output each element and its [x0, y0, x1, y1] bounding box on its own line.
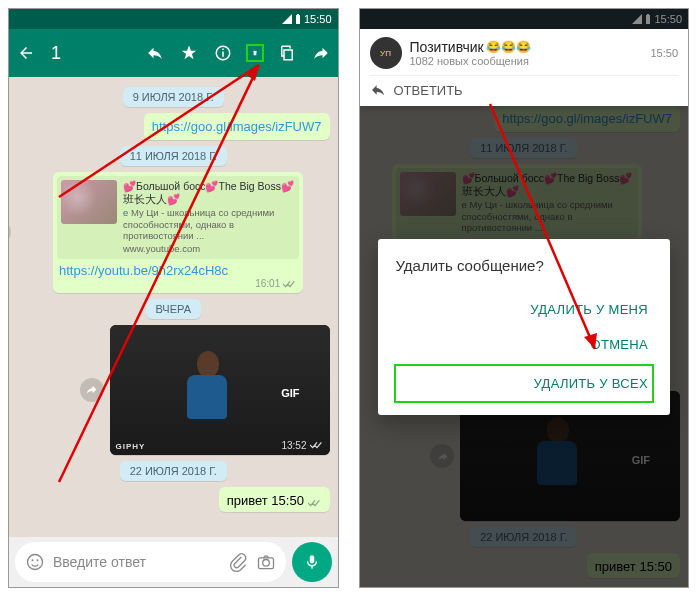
- emoji-icon[interactable]: [25, 552, 45, 572]
- notification-panel[interactable]: УП Позитивчик😂😂😂 1082 новых сообщения 15…: [360, 29, 689, 106]
- selection-appbar: 1: [9, 29, 338, 77]
- notif-title: Позитивчик😂😂😂: [410, 39, 531, 55]
- svg-point-6: [28, 555, 43, 570]
- svg-rect-3: [222, 52, 224, 57]
- delete-for-me-button[interactable]: УДАЛИТЬ У МЕНЯ: [396, 292, 653, 327]
- delete-dialog: Удалить сообщение? УДАЛИТЬ У МЕНЯ ОТМЕНА…: [378, 239, 671, 415]
- link-preview-card[interactable]: 💕Большой босс💕The Big Boss💕班长大人💕 е Му Ци…: [57, 176, 299, 259]
- forward-icon[interactable]: [312, 44, 330, 62]
- date-chip: 22 ИЮЛЯ 2018 Г.: [120, 461, 227, 481]
- gif-badge: GIF: [281, 387, 299, 399]
- notif-reply-button[interactable]: ОТВЕТИТЬ: [370, 75, 679, 98]
- svg-rect-11: [309, 555, 314, 563]
- signal-icon: [282, 14, 292, 24]
- date-chip: 11 ИЮЛЯ 2018 Г.: [120, 146, 227, 166]
- phone-left: 15:50 1 9 ИЮЛЯ 2018 Г. https://goo.gl/im…: [8, 8, 339, 588]
- phone-right: 15:50 https://goo.gl/images/izFUW7 11 ИЮ…: [359, 8, 690, 588]
- selection-count: 1: [51, 43, 130, 64]
- preview-site: www.youtube.com: [123, 243, 295, 254]
- dialog-title: Удалить сообщение?: [396, 257, 653, 274]
- msg-time: 15:50: [271, 493, 304, 508]
- preview-title: 💕Большой босс💕The Big Boss💕班长大人💕: [123, 180, 295, 205]
- ticks-icon: [308, 498, 322, 508]
- msg-time: 16:01: [255, 278, 280, 289]
- svg-point-7: [32, 559, 34, 561]
- ticks-icon: [283, 279, 297, 289]
- svg-point-8: [37, 559, 39, 561]
- battery-icon: [295, 14, 301, 24]
- share-left-icon[interactable]: [80, 378, 104, 402]
- selected-message[interactable]: привет 15:50: [219, 487, 330, 512]
- preview-link[interactable]: https://youtu.be/9h2rx24cH8c: [57, 259, 299, 278]
- delete-for-everyone-button[interactable]: УДАЛИТЬ У ВСЕХ: [394, 364, 655, 403]
- status-time: 15:50: [304, 13, 332, 25]
- svg-point-10: [262, 560, 269, 567]
- attach-icon[interactable]: [228, 552, 248, 572]
- message-input[interactable]: Введите ответ: [15, 542, 286, 582]
- cancel-button[interactable]: ОТМЕНА: [396, 327, 653, 362]
- preview-thumbnail: [61, 180, 117, 224]
- svg-rect-5: [284, 50, 292, 60]
- svg-rect-0: [296, 15, 300, 24]
- reply-icon[interactable]: [146, 44, 164, 62]
- date-chip: 9 ИЮЛЯ 2018 Г.: [123, 87, 224, 107]
- chat-body[interactable]: 9 ИЮЛЯ 2018 Г. https://goo.gl/images/izF…: [9, 77, 338, 537]
- delete-icon[interactable]: [246, 44, 264, 62]
- share-left-icon[interactable]: [9, 220, 11, 244]
- composer: Введите ответ: [9, 537, 338, 587]
- gif-source: GIPHY: [116, 442, 146, 451]
- notif-time: 15:50: [650, 47, 678, 59]
- reply-icon: [370, 82, 386, 98]
- camera-icon[interactable]: [256, 552, 276, 572]
- info-icon[interactable]: [214, 44, 232, 62]
- link-preview-message[interactable]: 💕Большой босс💕The Big Boss💕班长大人💕 е Му Ци…: [17, 172, 330, 293]
- copy-icon[interactable]: [278, 44, 296, 62]
- gif-message[interactable]: GIF GIPHY 13:52: [110, 325, 330, 455]
- date-chip: ВЧЕРА: [146, 299, 201, 319]
- back-icon[interactable]: [17, 44, 35, 62]
- msg-time: 13:52: [281, 440, 323, 451]
- svg-rect-1: [297, 14, 299, 15]
- preview-desc: е Му Ци - школьница со средними способно…: [123, 207, 295, 241]
- svg-rect-4: [222, 49, 224, 51]
- input-placeholder: Введите ответ: [53, 554, 220, 570]
- android-statusbar: 15:50: [9, 9, 338, 29]
- star-icon[interactable]: [180, 44, 198, 62]
- notif-avatar: УП: [370, 37, 402, 69]
- notif-subtitle: 1082 новых сообщения: [410, 55, 531, 67]
- mic-button[interactable]: [292, 542, 332, 582]
- message-link[interactable]: https://goo.gl/images/izFUW7: [144, 113, 330, 140]
